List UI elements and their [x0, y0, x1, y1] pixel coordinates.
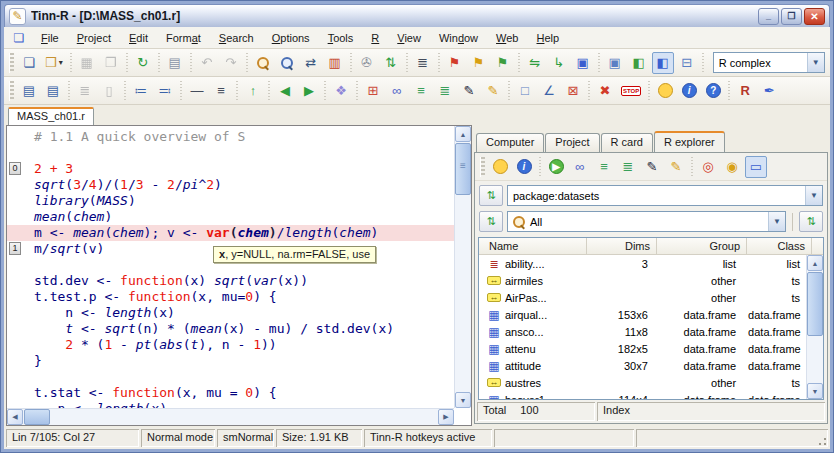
return-focus-icon[interactable]: ◧	[628, 52, 650, 74]
block-outdent-icon[interactable]: ▤	[42, 80, 64, 102]
run-icon[interactable]: ▶	[545, 156, 567, 178]
r-mode-combobox[interactable]: R complex ▼	[713, 52, 825, 73]
tab-project[interactable]: Project	[545, 133, 599, 152]
line-numbers-alt-icon[interactable]: ≕	[154, 80, 176, 102]
tab-computer[interactable]: Computer	[476, 133, 544, 152]
code-line[interactable]	[7, 145, 454, 161]
menu-help[interactable]: Help	[528, 29, 569, 47]
list-objects-alt-icon[interactable]: ≣	[434, 80, 456, 102]
table-row[interactable]: ▦attitude30x7data.framedata.frame	[479, 357, 806, 374]
search-icon[interactable]	[252, 52, 274, 74]
send-line-up-icon[interactable]: ↑	[242, 80, 264, 102]
hscroll-thumb[interactable]	[24, 409, 50, 425]
search-in-file-icon[interactable]	[276, 52, 298, 74]
ruler-icon[interactable]: ▭	[745, 156, 767, 178]
table-row[interactable]: ▦ansco...11x8data.framedata.frame	[479, 323, 806, 340]
vscroll-thumb[interactable]	[455, 143, 471, 195]
bulb-icon[interactable]	[489, 156, 511, 178]
refresh-list-button[interactable]: ⇅	[799, 211, 823, 232]
monitor-icon[interactable]: ▣	[572, 52, 594, 74]
tab-r-explorer[interactable]: R explorer	[654, 131, 725, 152]
code-line[interactable]: 2 * (1 - pt(abs(t), n - 1))	[7, 337, 454, 353]
list-objects-icon[interactable]: ≡	[410, 80, 432, 102]
tab-r-card[interactable]: R card	[601, 133, 653, 152]
goto-marker-icon[interactable]: ↳	[548, 52, 570, 74]
wordwrap-icon[interactable]: ≣	[412, 52, 434, 74]
code-line[interactable]: t <- sqrt(n) * (mean(x) - mu) / std.dev(…	[7, 321, 454, 337]
line-numbers-icon[interactable]: ≔	[130, 80, 152, 102]
code-line[interactable]: 02 + 3	[7, 161, 454, 177]
chevron-down-icon[interactable]: ▼	[805, 186, 822, 205]
print-icon[interactable]: ▤	[164, 52, 186, 74]
pen-yellow-icon[interactable]: ✎	[482, 80, 504, 102]
list-objects-icon[interactable]: ≡	[593, 156, 615, 178]
toolbar-grip[interactable]	[480, 157, 485, 177]
pen-black-icon[interactable]: ✎	[641, 156, 663, 178]
code-line[interactable]	[7, 369, 454, 385]
maximize-button[interactable]: ❐	[781, 8, 802, 25]
editor-vscrollbar[interactable]: ▲ ▼	[454, 126, 471, 408]
code-line[interactable]: t.stat <- function(x, mu = 0) {	[7, 385, 454, 401]
title-bar[interactable]: ✎ Tinn-R - [D:\MASS_ch01.r] _ ❐ ✕	[4, 4, 830, 27]
remove-console-icon[interactable]: ✖	[594, 80, 616, 102]
toolbar-grip[interactable]	[9, 81, 14, 101]
block-indent-icon[interactable]: ▤	[18, 80, 40, 102]
options-squares-icon[interactable]: ⊞	[362, 80, 384, 102]
code-line[interactable]: std.dev <- function(x) sqrt(var(x))	[7, 273, 454, 289]
table-row[interactable]: ↔airmilesotherts	[479, 272, 806, 289]
scroll-down-icon[interactable]: ▼	[455, 392, 471, 408]
scroll-left-icon[interactable]: ◀	[7, 409, 23, 425]
single-line-icon[interactable]: —	[186, 80, 208, 102]
remove-graph-icon[interactable]: ∠	[538, 80, 560, 102]
code-line[interactable]: mean(chem)	[7, 209, 454, 225]
editor[interactable]: # 1.1 A quick overview of S02 + 3sqrt(3/…	[6, 125, 472, 426]
attach-icon[interactable]: ✇	[356, 52, 378, 74]
menu-view[interactable]: View	[388, 29, 430, 47]
spectacles-icon[interactable]: ∞	[569, 156, 591, 178]
flag-green-icon[interactable]: ⚑	[492, 52, 514, 74]
code-line[interactable]: # 1.1 A quick overview of S	[7, 129, 454, 145]
info-icon[interactable]: i	[513, 156, 535, 178]
menu-web[interactable]: Web	[487, 29, 527, 47]
target-red-icon[interactable]: ◎	[697, 156, 719, 178]
stop-icon[interactable]: STOP	[618, 80, 644, 102]
reload-file-icon[interactable]: ↻	[132, 52, 154, 74]
multi-line-icon[interactable]: ≡	[210, 80, 232, 102]
chevron-down-icon[interactable]: ▼	[807, 53, 824, 72]
remove-objects-icon[interactable]: ⊠	[562, 80, 584, 102]
table-vscrollbar[interactable]: ▲ ▼	[806, 255, 823, 399]
tag-icon[interactable]: ❖	[330, 80, 352, 102]
open-file-icon[interactable]: ❒▾	[42, 52, 66, 74]
column-header-dims[interactable]: Dims	[587, 238, 657, 254]
code-line[interactable]: m <- mean(chem); v <- var(chem)/length(c…	[7, 225, 454, 241]
scroll-down-icon[interactable]: ▼	[807, 383, 823, 399]
pen-blue-icon[interactable]: ✒	[758, 80, 780, 102]
table-row[interactable]: ↔austresotherts	[479, 374, 806, 391]
scroll-up-icon[interactable]: ▲	[455, 126, 471, 142]
minimize-button[interactable]: _	[758, 8, 779, 25]
r-close-icon[interactable]: R	[734, 80, 756, 102]
menu-edit[interactable]: Edit	[120, 29, 157, 47]
info-icon[interactable]: i	[678, 80, 700, 102]
filter-combobox[interactable]: All ▼	[507, 211, 786, 232]
prev-marker-icon[interactable]: ◀	[274, 80, 296, 102]
spectacles-icon[interactable]: ∞	[386, 80, 408, 102]
target-yellow-icon[interactable]: ◉	[721, 156, 743, 178]
menu-search[interactable]: Search	[210, 29, 263, 47]
code-area[interactable]: # 1.1 A quick overview of S02 + 3sqrt(3/…	[7, 126, 454, 408]
bulb-icon[interactable]	[654, 80, 676, 102]
flag-red-icon[interactable]: ⚑	[444, 52, 466, 74]
document-icon[interactable]: ❏	[10, 31, 28, 45]
help-icon[interactable]: ?	[702, 80, 724, 102]
menu-options[interactable]: Options	[263, 29, 319, 47]
code-line[interactable]: library(MASS)	[7, 193, 454, 209]
toolbar-grip[interactable]	[9, 53, 14, 73]
code-line[interactable]: n <- length(x)	[7, 401, 454, 408]
pen-yellow-icon[interactable]: ✎	[665, 156, 687, 178]
gutter-marker[interactable]: 0	[9, 162, 21, 175]
rectangle-icon[interactable]: □	[514, 80, 536, 102]
menu-format[interactable]: Format	[157, 29, 210, 47]
replace-icon[interactable]: ⇄	[300, 52, 322, 74]
menu-project[interactable]: Project	[68, 29, 120, 47]
vscroll-thumb[interactable]	[807, 272, 823, 336]
